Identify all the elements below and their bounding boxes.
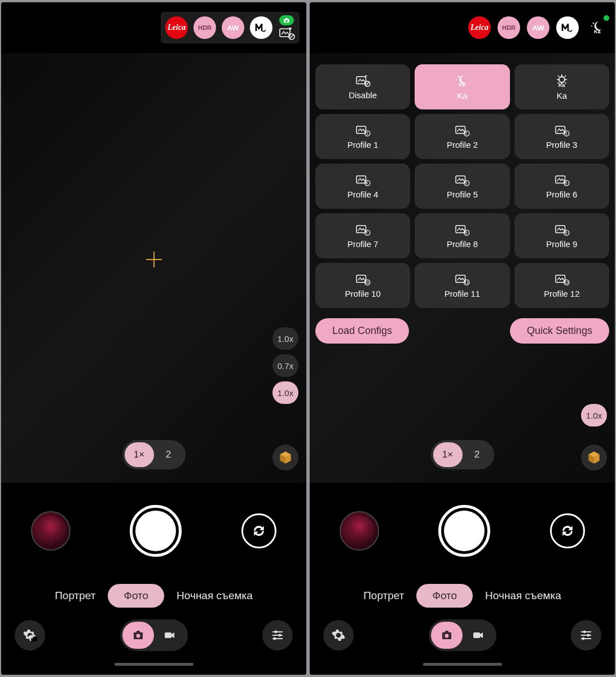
svg-point-68 bbox=[445, 634, 448, 638]
hdr-icon[interactable]: HDR bbox=[498, 16, 520, 39]
mode-photo[interactable]: Фото bbox=[416, 584, 473, 608]
profile-9[interactable]: 9Profile 9 bbox=[514, 213, 609, 258]
profile-7[interactable]: 7Profile 7 bbox=[315, 213, 410, 258]
zoom-1x-tele[interactable]: 1.0x bbox=[272, 327, 298, 350]
tool-row bbox=[310, 613, 615, 658]
svg-point-10 bbox=[279, 634, 281, 637]
viewfinder[interactable]: 1.0x 0.7x 1.0x 1× 2 bbox=[1, 53, 306, 483]
shutter-button[interactable] bbox=[438, 505, 490, 557]
quick-settings-button[interactable]: Quick Settings bbox=[510, 318, 609, 344]
profile-disable[interactable]: Disable bbox=[315, 64, 410, 109]
load-configs-button[interactable]: Load Configs bbox=[315, 318, 409, 344]
zoom-0.7x[interactable]: 0.7x bbox=[272, 354, 298, 377]
toggle-photo[interactable] bbox=[122, 622, 154, 649]
sliders-icon bbox=[271, 628, 284, 642]
leica-icon[interactable]: Leica bbox=[165, 16, 188, 39]
toggle-video[interactable] bbox=[154, 622, 186, 649]
shutter-button[interactable] bbox=[130, 505, 182, 557]
profile-label: Profile 9 bbox=[546, 239, 577, 249]
awb-off-group[interactable] bbox=[278, 15, 295, 40]
flip-camera-button[interactable] bbox=[241, 513, 276, 548]
hdr-icon[interactable]: HDR bbox=[193, 16, 216, 39]
svg-point-5 bbox=[136, 634, 140, 638]
profile-1[interactable]: 1Profile 1 bbox=[315, 114, 410, 159]
video-icon bbox=[163, 629, 177, 641]
sliders-button[interactable] bbox=[262, 620, 293, 650]
camera-screen-right: Leica HDR AW Ka Disable Ka Ka Ka bbox=[310, 2, 615, 675]
svg-point-73 bbox=[587, 634, 590, 637]
svg-text:10: 10 bbox=[365, 280, 369, 284]
modes-row[interactable]: Портрет Фото Ночная съемка bbox=[1, 579, 306, 613]
profile-5[interactable]: 5Profile 5 bbox=[415, 164, 509, 209]
profile-label: Ka bbox=[557, 91, 567, 100]
svg-text:2: 2 bbox=[465, 131, 468, 135]
profile-8[interactable]: 8Profile 8 bbox=[415, 213, 509, 258]
camera-screen-left: Leica HDR AW 1.0x bbox=[1, 2, 306, 675]
svg-text:11: 11 bbox=[465, 280, 469, 284]
svg-text:7: 7 bbox=[366, 231, 368, 235]
camera-green-icon bbox=[279, 15, 294, 25]
profile-12[interactable]: 12Profile 12 bbox=[514, 263, 609, 308]
sliders-button[interactable] bbox=[571, 620, 601, 650]
zoom-pill: 1× 2 bbox=[431, 440, 494, 469]
profile-label: Disable bbox=[349, 90, 377, 100]
svg-line-27 bbox=[558, 76, 559, 77]
m-mode-icon[interactable] bbox=[556, 16, 579, 39]
svg-text:Ka: Ka bbox=[459, 82, 465, 87]
aw-icon[interactable]: AW bbox=[222, 16, 244, 39]
zoom-seg-1x[interactable]: 1× bbox=[433, 442, 463, 467]
m-mode-icon[interactable] bbox=[250, 16, 272, 39]
zoom-1x-main[interactable]: 1.0x bbox=[581, 404, 607, 427]
ka-night-icon[interactable]: Ka bbox=[586, 16, 608, 39]
profile-4[interactable]: 4Profile 4 bbox=[315, 164, 410, 209]
zoom-seg-1x[interactable]: 1× bbox=[125, 442, 154, 467]
camera-icon bbox=[131, 629, 145, 641]
profile-label: Profile 4 bbox=[347, 190, 379, 199]
mode-portrait[interactable]: Портрет bbox=[363, 590, 404, 602]
mode-night[interactable]: Ночная съемка bbox=[177, 590, 253, 602]
profile-11[interactable]: 11Profile 11 bbox=[415, 263, 509, 308]
svg-point-75 bbox=[582, 638, 585, 640]
mode-portrait[interactable]: Портрет bbox=[55, 590, 95, 602]
zoom-column: 1.0x 0.7x 1.0x bbox=[272, 327, 298, 404]
svg-text:8: 8 bbox=[465, 231, 468, 235]
cube-button[interactable] bbox=[272, 445, 298, 471]
mode-night[interactable]: Ночная съемка bbox=[485, 590, 561, 602]
gallery-thumbnail[interactable] bbox=[31, 511, 71, 551]
profile-actions: Load Configs Quick Settings bbox=[315, 318, 609, 344]
profile-10[interactable]: 10Profile 10 bbox=[315, 263, 410, 308]
settings-button[interactable] bbox=[323, 620, 354, 650]
aw-icon[interactable]: AW bbox=[527, 16, 549, 39]
svg-point-20 bbox=[456, 79, 457, 80]
profile-ka-active[interactable]: Ka Ka bbox=[415, 64, 509, 109]
profile-grid: Disable Ka Ka Ka Ka 1Profile 1 2Profile … bbox=[315, 64, 609, 308]
profile-6[interactable]: 6Profile 6 bbox=[514, 164, 609, 209]
camera-icon bbox=[440, 629, 454, 641]
profile-panel: Disable Ka Ka Ka Ka 1Profile 1 2Profile … bbox=[315, 64, 609, 344]
zoom-seg-2x[interactable]: 2 bbox=[463, 442, 492, 467]
mode-photo[interactable]: Фото bbox=[108, 584, 164, 608]
gesture-bar[interactable] bbox=[1, 658, 306, 670]
viewfinder[interactable]: Disable Ka Ka Ka Ka 1Profile 1 2Profile … bbox=[310, 53, 615, 483]
profile-label: Profile 5 bbox=[447, 190, 478, 199]
sliders-icon bbox=[579, 628, 593, 642]
zoom-1x-main[interactable]: 1.0x bbox=[272, 381, 298, 404]
settings-button[interactable] bbox=[15, 620, 45, 650]
profile-label: Ka bbox=[457, 91, 467, 100]
gesture-bar[interactable] bbox=[310, 658, 615, 670]
profile-2[interactable]: 2Profile 2 bbox=[415, 114, 509, 159]
shutter-row bbox=[310, 483, 615, 579]
profile-label: Profile 3 bbox=[546, 140, 577, 150]
toggle-video[interactable] bbox=[463, 622, 494, 649]
gallery-thumbnail[interactable] bbox=[340, 511, 379, 551]
cube-button[interactable] bbox=[581, 445, 607, 471]
svg-point-71 bbox=[583, 631, 586, 634]
zoom-seg-2x[interactable]: 2 bbox=[154, 442, 183, 467]
toggle-photo[interactable] bbox=[431, 622, 463, 649]
video-icon bbox=[472, 629, 485, 641]
modes-row[interactable]: Портрет Фото Ночная съемка bbox=[310, 579, 615, 613]
leica-icon[interactable]: Leica bbox=[468, 16, 491, 39]
flip-camera-button[interactable] bbox=[550, 513, 585, 548]
profile-ka-sun[interactable]: Ka Ka bbox=[514, 64, 609, 109]
profile-3[interactable]: 3Profile 3 bbox=[514, 114, 609, 159]
